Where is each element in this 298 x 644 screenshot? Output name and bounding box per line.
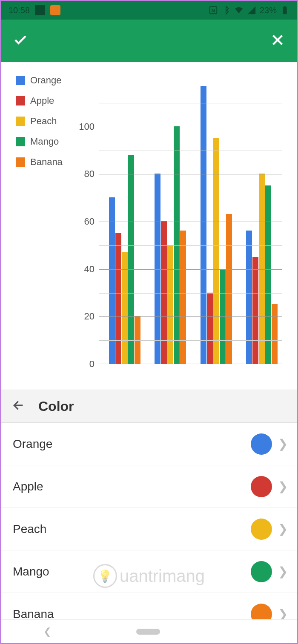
nav-back-icon[interactable]: ❮ bbox=[43, 626, 51, 637]
signal-icon bbox=[247, 6, 256, 15]
legend-swatch bbox=[16, 96, 25, 105]
status-right: N 23% bbox=[209, 6, 289, 15]
color-row-label: Banana bbox=[13, 607, 251, 621]
battery-icon bbox=[280, 6, 289, 15]
y-tick-label: 20 bbox=[84, 311, 95, 322]
y-tick-label: 100 bbox=[79, 121, 95, 132]
legend-item: Mango bbox=[16, 136, 63, 147]
gallery-icon bbox=[35, 5, 45, 15]
gridline bbox=[99, 127, 282, 127]
nfc-icon: N bbox=[209, 6, 218, 15]
legend-label: Apple bbox=[30, 95, 54, 106]
legend-swatch bbox=[16, 76, 25, 85]
bar-group bbox=[155, 126, 186, 364]
status-left: 10:58 bbox=[9, 5, 60, 15]
bar bbox=[252, 257, 258, 364]
legend-item: Peach bbox=[16, 116, 63, 127]
y-tick-label: 0 bbox=[89, 359, 95, 370]
panel-title: Color bbox=[38, 399, 74, 414]
battery-percent: 23% bbox=[260, 6, 277, 15]
color-swatch bbox=[251, 433, 272, 455]
gridline-minor bbox=[99, 198, 282, 198]
bar bbox=[220, 269, 226, 364]
color-row[interactable]: Apple❯ bbox=[1, 465, 297, 508]
svg-text:N: N bbox=[212, 8, 215, 13]
gridline bbox=[99, 316, 282, 317]
chevron-right-icon: ❯ bbox=[272, 437, 290, 451]
gridline-minor bbox=[99, 103, 282, 103]
legend-item: Apple bbox=[16, 95, 63, 106]
back-button[interactable] bbox=[12, 399, 26, 414]
legend-label: Peach bbox=[30, 116, 57, 127]
chart-legend: OrangeApplePeachMangoBanana bbox=[16, 75, 63, 168]
color-swatch bbox=[251, 519, 272, 540]
bar-group bbox=[109, 155, 140, 364]
bar bbox=[174, 126, 180, 364]
gridline-minor bbox=[99, 151, 282, 151]
bar-group bbox=[200, 86, 232, 364]
y-tick-label: 40 bbox=[84, 264, 95, 275]
color-swatch bbox=[251, 561, 272, 582]
close-button[interactable] bbox=[270, 32, 285, 49]
legend-label: Mango bbox=[30, 136, 59, 147]
bar bbox=[265, 185, 271, 364]
color-row-label: Peach bbox=[13, 522, 251, 536]
legend-item: Banana bbox=[16, 157, 63, 168]
color-row-label: Apple bbox=[13, 480, 251, 493]
svg-rect-3 bbox=[284, 6, 286, 7]
chevron-right-icon: ❯ bbox=[272, 522, 290, 536]
legend-label: Orange bbox=[30, 75, 61, 86]
legend-item: Orange bbox=[16, 75, 63, 86]
chevron-right-icon: ❯ bbox=[272, 564, 290, 578]
gridline-minor bbox=[99, 340, 282, 341]
svg-rect-2 bbox=[283, 7, 287, 14]
bluetooth-icon bbox=[221, 6, 231, 15]
nav-home-pill[interactable] bbox=[136, 629, 160, 635]
bar bbox=[115, 233, 121, 364]
gridline bbox=[99, 222, 282, 222]
bar bbox=[272, 304, 278, 364]
status-time: 10:58 bbox=[9, 6, 30, 15]
color-list: Orange❯Apple❯Peach❯Mango❯Banana❯ bbox=[1, 423, 297, 635]
bar bbox=[213, 138, 219, 364]
chevron-right-icon: ❯ bbox=[272, 479, 290, 493]
y-tick-label: 80 bbox=[84, 168, 95, 180]
gridline bbox=[99, 269, 282, 270]
panel-header: Color bbox=[1, 390, 297, 423]
legend-swatch bbox=[16, 157, 25, 167]
color-row-label: Mango bbox=[13, 565, 251, 578]
color-swatch bbox=[251, 476, 272, 497]
color-row[interactable]: Mango❯ bbox=[1, 550, 297, 593]
status-bar: 10:58 N 23% bbox=[1, 1, 297, 20]
bar bbox=[109, 197, 115, 364]
gridline bbox=[99, 174, 282, 174]
bar bbox=[161, 221, 167, 364]
bar bbox=[246, 231, 252, 364]
color-row[interactable]: Orange❯ bbox=[1, 423, 297, 465]
wifi-icon bbox=[234, 6, 244, 15]
legend-swatch bbox=[16, 137, 25, 146]
bar bbox=[207, 293, 213, 364]
app-bar bbox=[1, 20, 297, 62]
chart-preview: OrangeApplePeachMangoBanana 020406080100 bbox=[1, 62, 297, 390]
legend-swatch bbox=[16, 117, 25, 126]
bar bbox=[201, 86, 206, 364]
color-row[interactable]: Peach❯ bbox=[1, 508, 297, 550]
bar bbox=[180, 231, 186, 364]
bar bbox=[128, 155, 134, 364]
legend-label: Banana bbox=[30, 157, 63, 168]
color-row-label: Orange bbox=[13, 437, 251, 451]
gridline-minor bbox=[99, 245, 282, 246]
gridline-minor bbox=[99, 293, 282, 294]
system-nav-bar: ❮ bbox=[1, 619, 297, 643]
confirm-button[interactable] bbox=[13, 32, 28, 49]
app-icon bbox=[50, 5, 60, 15]
chart-plot: 020406080100 bbox=[99, 79, 282, 364]
bar bbox=[167, 245, 173, 364]
bar bbox=[226, 214, 232, 364]
y-tick-label: 60 bbox=[84, 216, 95, 227]
